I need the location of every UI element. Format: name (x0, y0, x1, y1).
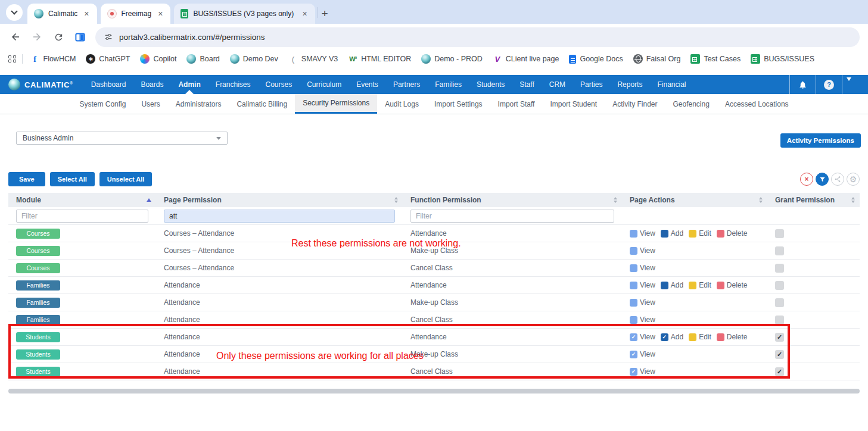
bookmark-item[interactable]: BUGS/ISSUES (751, 54, 814, 64)
subnav-item[interactable]: System Config (71, 94, 133, 114)
nav-item[interactable]: Students (477, 75, 505, 94)
action-checkbox[interactable] (630, 351, 637, 358)
subnav-item[interactable]: Administrators (168, 94, 229, 114)
action-checkbox[interactable] (717, 230, 724, 238)
nav-item[interactable]: Families (435, 75, 462, 94)
grant-permission-checkbox[interactable] (775, 333, 784, 342)
column-header-function-permission[interactable]: Function Permission (403, 196, 622, 204)
nav-item[interactable]: Events (356, 75, 378, 94)
column-header-module[interactable]: Module (8, 196, 156, 204)
tab-close-icon[interactable]: × (156, 9, 164, 18)
nav-item[interactable]: Parties (580, 75, 602, 94)
action-checkbox[interactable] (689, 282, 696, 289)
app-logo[interactable]: CALIMATIC® (8, 75, 73, 94)
nav-item[interactable]: Financial (657, 75, 686, 94)
subnav-item[interactable]: Geofencing (665, 94, 717, 114)
side-panel-button[interactable] (70, 27, 89, 46)
nav-item[interactable]: Curriculum (307, 75, 341, 94)
grant-permission-checkbox[interactable] (775, 246, 784, 255)
subnav-item[interactable]: Accessed Locations (717, 94, 797, 114)
share-button[interactable] (831, 173, 844, 186)
nav-item[interactable]: Partners (393, 75, 420, 94)
address-bar[interactable]: portalv3.calibermatrix.com/#/permissions (95, 27, 860, 47)
function-permission-filter-input[interactable] (410, 210, 614, 223)
bookmark-item[interactable]: Demo Dev (230, 54, 278, 64)
action-checkbox[interactable] (661, 333, 668, 341)
activity-permissions-button[interactable]: Activity Permissions (780, 133, 861, 148)
subnav-item[interactable]: Import Staff (490, 94, 543, 114)
bookmark-item[interactable]: Board (186, 54, 219, 64)
apps-grid-icon[interactable] (8, 55, 16, 63)
forward-button[interactable] (27, 27, 46, 46)
browser-tab[interactable]: Calimatic × (27, 4, 97, 24)
bookmark-item[interactable]: Copilot (140, 54, 176, 64)
grant-permission-checkbox[interactable] (775, 281, 784, 290)
bookmark-item[interactable]: Demo - PROD (421, 54, 483, 64)
bookmark-item[interactable]: Test Cases (690, 54, 741, 64)
action-checkbox[interactable] (717, 333, 724, 341)
action-checkbox[interactable] (689, 230, 696, 238)
grant-permission-checkbox[interactable] (775, 367, 784, 376)
subnav-item[interactable]: Audit Logs (377, 94, 427, 114)
nav-item[interactable]: Courses (265, 75, 292, 94)
action-checkbox[interactable] (661, 282, 668, 289)
action-checkbox[interactable] (630, 264, 637, 272)
grant-permission-checkbox[interactable] (775, 298, 784, 307)
role-select[interactable]: Business Admin (16, 132, 228, 145)
action-checkbox[interactable] (689, 333, 696, 341)
filter-button[interactable] (816, 173, 829, 186)
nav-item[interactable]: Boards (141, 75, 163, 94)
action-checkbox[interactable] (630, 368, 637, 376)
subnav-item[interactable]: Import Settings (427, 94, 490, 114)
action-checkbox[interactable] (630, 230, 637, 238)
subnav-item[interactable]: Import Student (542, 94, 605, 114)
tab-search-button[interactable] (6, 4, 23, 21)
column-header-page-permission[interactable]: Page Permission (156, 196, 403, 204)
browser-tab[interactable]: Freeimag × (101, 4, 171, 24)
action-checkbox[interactable] (630, 316, 637, 324)
user-menu-button[interactable] (842, 75, 868, 94)
bookmark-item[interactable]: FlowHCM (30, 54, 76, 64)
action-checkbox[interactable] (630, 299, 637, 307)
back-button[interactable] (6, 27, 25, 46)
browser-tab[interactable]: BUGS/ISSUES (V3 pages only) - × (174, 4, 315, 24)
nav-item[interactable]: Reports (617, 75, 642, 94)
save-button[interactable]: Save (8, 172, 45, 186)
unselect-all-button[interactable]: Unselect All (99, 172, 153, 186)
column-header-grant-permission[interactable]: Grant Permission (767, 196, 860, 204)
tab-close-icon[interactable]: × (300, 9, 309, 18)
help-button[interactable] (816, 75, 842, 94)
subnav-item[interactable]: Activity Finder (605, 94, 665, 114)
bookmark-item[interactable]: SMAVY V3 (288, 54, 338, 64)
reload-button[interactable] (49, 27, 68, 46)
bookmark-item[interactable]: HTML EDITOR (348, 54, 411, 64)
grant-permission-checkbox[interactable] (775, 229, 784, 238)
notifications-button[interactable] (789, 75, 816, 94)
nav-item[interactable]: Staff (519, 75, 534, 94)
action-checkbox[interactable] (630, 247, 637, 255)
new-tab-button[interactable]: + (322, 8, 328, 19)
bookmark-item[interactable]: ChatGPT (86, 54, 130, 64)
action-checkbox[interactable] (661, 230, 668, 238)
tab-close-icon[interactable]: × (82, 9, 91, 18)
grant-permission-checkbox[interactable] (775, 316, 784, 324)
page-permission-filter-input[interactable] (164, 210, 395, 223)
grant-permission-checkbox[interactable] (775, 350, 784, 359)
nav-item[interactable]: CRM (549, 75, 565, 94)
bookmark-item[interactable]: Google Docs (569, 55, 623, 64)
action-checkbox[interactable] (630, 333, 637, 341)
bookmark-item[interactable]: Faisal Org (633, 54, 681, 64)
subnav-item[interactable]: Security Permissions (295, 94, 377, 114)
subnav-item[interactable]: Users (133, 94, 167, 114)
horizontal-scrollbar[interactable] (8, 389, 860, 393)
grant-permission-checkbox[interactable] (775, 264, 784, 273)
nav-item[interactable]: Dashboard (91, 75, 126, 94)
nav-item[interactable]: Admin (178, 75, 200, 94)
action-checkbox[interactable] (630, 282, 637, 289)
select-all-button[interactable]: Select All (50, 172, 95, 186)
clear-filter-button[interactable]: × (800, 173, 813, 186)
settings-button[interactable]: ⚙ (847, 173, 860, 186)
subnav-item[interactable]: Calimatic Billing (229, 94, 295, 114)
column-header-page-actions[interactable]: Page Actions (622, 196, 767, 204)
module-filter-input[interactable] (16, 210, 148, 223)
